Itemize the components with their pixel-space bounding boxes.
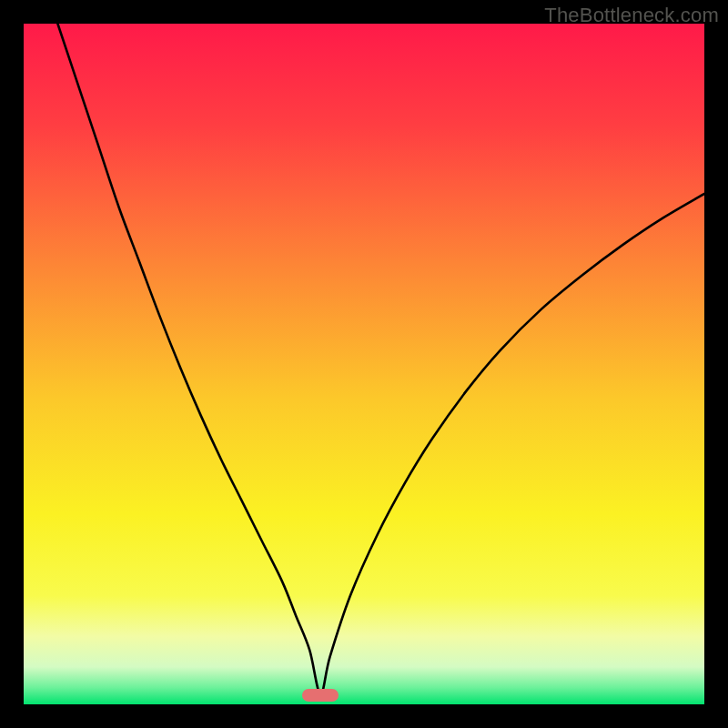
plot-area — [24, 24, 704, 704]
bottleneck-curve — [24, 24, 704, 704]
minimum-marker — [302, 689, 339, 702]
watermark-text: TheBottleneck.com — [544, 4, 719, 27]
